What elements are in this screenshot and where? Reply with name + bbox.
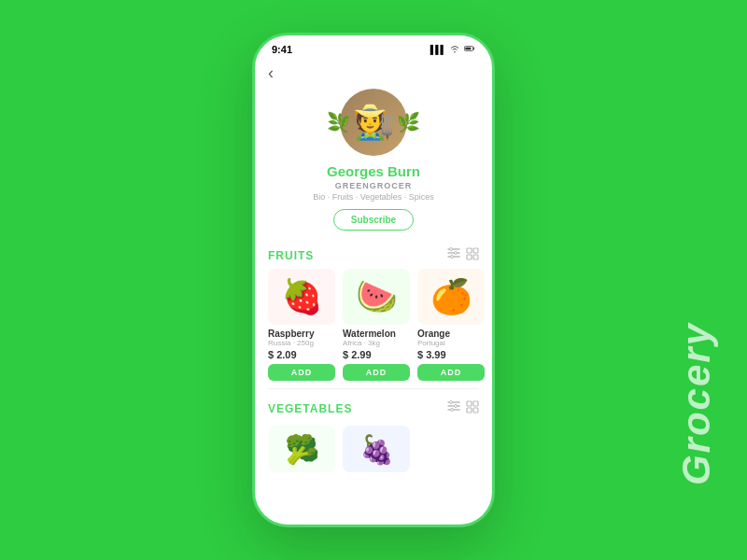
- vegetables-section-title: VEGETABLES: [268, 402, 352, 415]
- svg-point-5: [450, 248, 453, 251]
- phone-notch: [336, 35, 411, 56]
- orange-name: Orange: [417, 329, 450, 339]
- orange-add-button[interactable]: ADD: [417, 364, 485, 381]
- fruits-section-header: FRUITS: [255, 240, 492, 269]
- fruits-section-controls: [447, 247, 479, 263]
- laurel-right-icon: 🌿: [397, 111, 420, 133]
- product-card-orange: 🍊 Orange Portugal $ 3.99 ADD: [417, 269, 485, 381]
- svg-rect-21: [473, 408, 478, 413]
- raspberry-emoji: 🍓: [281, 277, 323, 316]
- raspberry-origin: Russia · 250g: [268, 339, 314, 347]
- fruits-section-title: FRUITS: [268, 249, 314, 262]
- profile-section: 🌿 🧑‍🌾 🌿 Georges Burn GREENGROCER Bio · F…: [255, 85, 492, 240]
- svg-point-17: [451, 409, 454, 412]
- profile-name: Georges Burn: [327, 163, 420, 179]
- veggie-card-2: 🍇: [343, 426, 410, 472]
- watermelon-add-button[interactable]: ADD: [343, 364, 410, 381]
- svg-point-16: [455, 405, 458, 408]
- product-card-raspberry: 🍓 Raspberry Russia · 250g $ 2.09 ADD: [268, 269, 335, 381]
- laurel-left-icon: 🌿: [327, 111, 350, 133]
- filter-icon[interactable]: [447, 247, 460, 263]
- orange-origin: Portugal: [417, 339, 445, 347]
- watermelon-image: 🍉: [343, 269, 410, 325]
- raspberry-price: $ 2.09: [268, 349, 297, 360]
- svg-rect-9: [473, 248, 478, 253]
- wifi-icon: [449, 43, 460, 56]
- fruits-products-row: 🍓 Raspberry Russia · 250g $ 2.09 ADD 🍉 W…: [255, 269, 492, 388]
- avatar-face: 🧑‍🌾: [353, 103, 395, 142]
- watermelon-price: $ 2.99: [343, 349, 372, 360]
- veggie-emoji-2: 🍇: [359, 433, 394, 466]
- phone-mockup: 9:41 ▌▌▌ ‹: [252, 33, 495, 527]
- svg-rect-19: [473, 401, 478, 406]
- veggie-emoji-1: 🥦: [285, 433, 319, 466]
- avatar-wrapper: 🌿 🧑‍🌾 🌿: [340, 89, 407, 156]
- watermelon-name: Watermelon: [343, 329, 396, 339]
- battery-icon: [464, 43, 475, 56]
- profile-tags: Bio · Fruits · Vegetables · Spices: [313, 192, 434, 202]
- watermelon-origin: Africa · 3kg: [343, 339, 380, 347]
- vegetables-section-header: VEGETABLES: [255, 393, 492, 422]
- grid-icon[interactable]: [466, 247, 479, 263]
- product-card-watermelon: 🍉 Watermelon Africa · 3kg $ 2.99 ADD: [343, 269, 410, 381]
- back-bar: ‹: [255, 60, 492, 85]
- subscribe-button[interactable]: Subscribe: [333, 209, 414, 231]
- svg-rect-11: [473, 255, 478, 259]
- orange-image: 🍊: [417, 269, 485, 325]
- vegetables-section: VEGETABLES: [255, 389, 492, 472]
- signal-icon: ▌▌▌: [430, 45, 445, 54]
- watermelon-emoji: 🍉: [356, 277, 398, 316]
- veg-grid-icon[interactable]: [466, 400, 479, 416]
- profile-role: GREENGROCER: [335, 181, 413, 190]
- orange-price: $ 3.99: [417, 349, 446, 360]
- vegetables-items-row: 🥦 🍇: [255, 422, 492, 472]
- back-button[interactable]: ‹: [268, 63, 274, 82]
- status-icons: ▌▌▌: [430, 43, 475, 56]
- svg-rect-8: [467, 248, 472, 253]
- raspberry-add-button[interactable]: ADD: [268, 364, 335, 381]
- veg-filter-icon[interactable]: [447, 400, 460, 416]
- veggie-card-1: 🥦: [268, 426, 335, 472]
- raspberry-image: 🍓: [268, 269, 335, 325]
- orange-emoji: 🍊: [430, 277, 472, 316]
- svg-point-6: [455, 252, 458, 255]
- phone-content: ‹ 🌿 🧑‍🌾 🌿 Georges Burn GREENGROCER Bio ·…: [255, 60, 492, 525]
- svg-rect-10: [467, 255, 472, 259]
- raspberry-name: Raspberry: [268, 329, 314, 339]
- svg-point-7: [451, 256, 454, 259]
- grocery-label: Grocery: [674, 322, 719, 485]
- vegetables-section-controls: [447, 400, 479, 416]
- svg-rect-18: [467, 401, 472, 406]
- status-time: 9:41: [272, 44, 292, 55]
- svg-rect-20: [467, 408, 472, 413]
- svg-point-15: [450, 401, 453, 404]
- svg-rect-1: [465, 48, 471, 50]
